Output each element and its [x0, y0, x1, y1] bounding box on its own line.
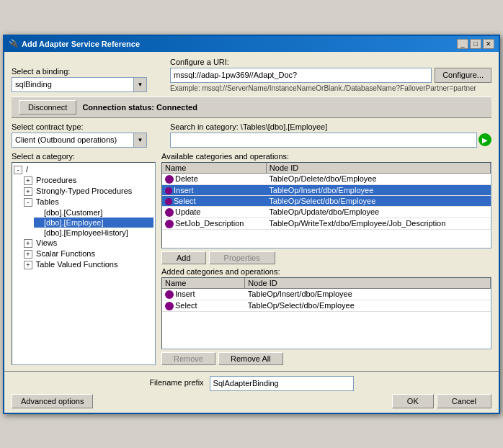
top-section: Select a binding: ▼ Configure a URI: Con… [4, 52, 499, 371]
connection-bar: Disconnect Connection status: Connected [12, 97, 491, 118]
table-row[interactable]: Select TableOp/Select/dbo/Employee [162, 195, 491, 206]
binding-combo-wrap: ▼ [12, 77, 163, 92]
binding-input[interactable] [12, 77, 134, 92]
available-table: Name Node ID Delete TableOp/Delete/dbo/E… [162, 163, 491, 230]
add-button[interactable]: Add [161, 251, 206, 264]
filename-input[interactable] [210, 376, 354, 391]
views-expander[interactable]: + [24, 239, 32, 248]
tree-item-tables[interactable]: - Tables [24, 197, 153, 207]
remove-row: Remove Remove All [161, 352, 491, 365]
added-label: Added categories and operations: [161, 267, 491, 276]
uri-input[interactable] [170, 68, 432, 83]
ok-cancel-buttons: OK Cancel [392, 394, 491, 408]
close-button[interactable]: ✕ [483, 39, 494, 49]
tables-label: Tables [36, 197, 59, 206]
tree-panel: Select a category: - / + Procedures + [12, 152, 156, 365]
binding-dropdown-arrow[interactable]: ▼ [134, 77, 147, 92]
contract-section: Select contract type: ▼ [12, 122, 163, 148]
window-title: 🔌 Add Adapter Service Reference [9, 39, 140, 48]
tree-item-employee[interactable]: [dbo].[Employee] [34, 218, 153, 228]
views-label: Views [36, 238, 57, 247]
binding-uri-row: Select a binding: ▼ Configure a URI: Con… [12, 58, 491, 92]
employee-label: [dbo].[Employee] [34, 218, 104, 227]
tree-item-customer[interactable]: [dbo].[Customer] [34, 207, 153, 218]
select-icon [165, 198, 172, 205]
configure-button[interactable]: Configure... [435, 68, 491, 83]
category-section: Select a category: - / + Procedures + [12, 152, 491, 365]
added-col-name: Name [162, 278, 245, 289]
customer-label: [dbo].[Customer] [34, 208, 102, 217]
search-go-button[interactable]: ▶ [478, 133, 491, 146]
tree-item-strongly-typed[interactable]: + Strongly-Typed Procedures [24, 186, 153, 197]
tables-expander[interactable]: - [24, 198, 32, 207]
binding-label: Select a binding: [12, 67, 163, 76]
properties-button[interactable]: Properties [209, 251, 275, 264]
uri-label: Configure a URI: [170, 58, 491, 66]
employeehistory-label: [dbo].[EmployeeHistory] [34, 228, 128, 237]
tree-root-children: + Procedures + Strongly-Typed Procedures… [14, 175, 153, 271]
procedures-label: Procedures [36, 176, 76, 184]
table-row[interactable]: SetJob_Description TableOp/WriteText/dbo… [162, 218, 491, 229]
binding-section: Select a binding: ▼ [12, 67, 163, 92]
table-row[interactable]: Update TableOp/Update/dbo/Employee [162, 206, 491, 218]
minimize-button[interactable]: _ [457, 39, 468, 49]
ok-cancel-row: Advanced options OK Cancel [12, 394, 491, 408]
available-col-name: Name [162, 163, 266, 174]
update-icon [165, 208, 174, 217]
tree-item-procedures[interactable]: + Procedures [24, 175, 153, 186]
search-label: Search in category: \Tables\[dbo].[Emplo… [170, 122, 491, 131]
table-row[interactable]: Select TableOp/Select/dbo/Employee [162, 300, 491, 311]
contract-combo-wrap: ▼ [12, 133, 163, 148]
root-expander[interactable]: - [14, 166, 22, 174]
uri-row: Configure... [170, 68, 491, 83]
connection-status: Connection status: Connected [82, 103, 197, 112]
insert-icon [165, 187, 172, 194]
category-label: Select a category: [12, 152, 156, 161]
contract-label: Select contract type: [12, 122, 163, 131]
strongly-typed-expander[interactable]: + [24, 187, 32, 196]
contract-search-row: Select contract type: ▼ Search in catego… [12, 122, 491, 148]
contract-input[interactable] [12, 133, 134, 148]
add-props-row: Add Properties [161, 251, 491, 264]
setjob-icon [165, 220, 174, 228]
tree-item-scalar[interactable]: + Scalar Functions [24, 248, 153, 259]
tree-item-table-valued[interactable]: + Table Valued Functions [24, 259, 153, 270]
search-input[interactable] [170, 133, 477, 148]
table-valued-label: Table Valued Functions [36, 260, 118, 269]
table-row[interactable]: Delete TableOp/Delete/dbo/Employee [162, 173, 491, 184]
title-bar: 🔌 Add Adapter Service Reference _ □ ✕ [4, 36, 499, 52]
tree-item-views[interactable]: + Views [24, 238, 153, 248]
remove-button[interactable]: Remove [161, 352, 215, 365]
added-select-icon [165, 302, 174, 310]
advanced-button[interactable]: Advanced options [12, 394, 93, 408]
main-window: 🔌 Add Adapter Service Reference _ □ ✕ Se… [3, 35, 500, 414]
table-valued-expander[interactable]: + [24, 261, 32, 269]
added-table-container[interactable]: Name Node ID Insert TableOp/Insert/dbo/E… [161, 277, 491, 349]
tree-item-employeehistory[interactable]: [dbo].[EmployeeHistory] [34, 228, 153, 238]
scalar-label: Scalar Functions [36, 249, 95, 258]
search-row: ▶ [170, 133, 491, 148]
tree-root[interactable]: - / [14, 164, 153, 175]
cancel-button[interactable]: Cancel [437, 394, 491, 408]
uri-section: Configure a URI: Configure... Example: m… [170, 58, 491, 92]
added-col-nodeid: Node ID [245, 278, 491, 289]
maximize-button[interactable]: □ [470, 39, 481, 49]
added-table: Name Node ID Insert TableOp/Insert/dbo/E… [162, 278, 491, 312]
available-table-container[interactable]: Name Node ID Delete TableOp/Delete/dbo/E… [161, 162, 491, 248]
right-panel: Available categories and operations: Nam… [161, 152, 491, 365]
procedures-expander[interactable]: + [24, 176, 32, 185]
tables-children: [dbo].[Customer] [dbo].[Employee] [dbo].… [24, 207, 153, 238]
table-row[interactable]: Insert TableOp/Insert/dbo/Employee [162, 288, 491, 300]
scalar-expander[interactable]: + [24, 250, 32, 259]
added-insert-icon [165, 290, 174, 299]
delete-icon [165, 175, 174, 184]
uri-example: Example: mssql://ServerName/InstanceName… [170, 84, 491, 92]
ok-button[interactable]: OK [392, 394, 434, 408]
remove-all-button[interactable]: Remove All [218, 352, 283, 365]
tree-box[interactable]: - / + Procedures + Strongly-Typed Proced… [12, 162, 156, 365]
filename-label: Filename prefix [149, 378, 203, 387]
table-row[interactable]: Insert TableOp/Insert/dbo/Employee [162, 184, 491, 195]
strongly-typed-label: Strongly-Typed Procedures [36, 187, 132, 195]
disconnect-button[interactable]: Disconnect [19, 100, 76, 115]
contract-dropdown-arrow[interactable]: ▼ [134, 133, 147, 148]
